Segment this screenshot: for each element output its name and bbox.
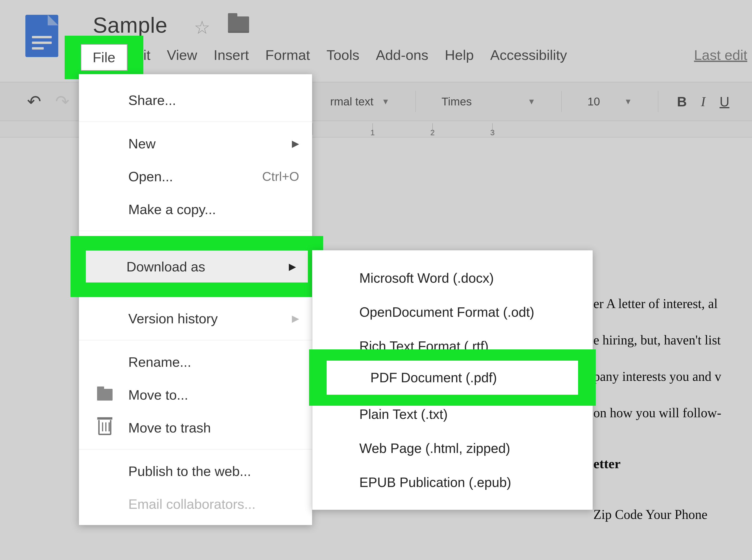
undo-button[interactable]: ↶ bbox=[27, 92, 41, 111]
doc-text: e hiring, but, haven't list bbox=[593, 333, 721, 347]
ruler-tick-label: 3 bbox=[490, 128, 495, 137]
doc-text: er A letter of interest, al bbox=[593, 296, 718, 311]
menu-row-label: Share... bbox=[128, 92, 176, 108]
last-edit-link[interactable]: Last edit bbox=[694, 47, 747, 63]
submenu-row-label: PDF Document (.pdf) bbox=[370, 370, 497, 385]
folder-icon bbox=[97, 386, 113, 403]
menu-item-format[interactable]: Format bbox=[265, 47, 310, 63]
submenu-row-label: Microsoft Word (.docx) bbox=[359, 270, 494, 286]
menu-divider bbox=[79, 340, 312, 340]
menu-item-accessibility[interactable]: Accessibility bbox=[490, 47, 567, 63]
menu-divider bbox=[79, 231, 312, 231]
menu-row-open[interactable]: Open...Ctrl+O bbox=[79, 160, 312, 193]
menu-row-new[interactable]: New▶ bbox=[79, 127, 312, 160]
doc-text: pany interests you and v bbox=[593, 369, 721, 384]
menu-row-label: Publish to the web... bbox=[128, 463, 251, 479]
menu-row-move-to[interactable]: Move to... bbox=[79, 378, 312, 411]
menu-item-help[interactable]: Help bbox=[445, 47, 474, 63]
submenu-row-docx[interactable]: Microsoft Word (.docx) bbox=[312, 261, 593, 295]
font-size-dropdown[interactable]: 10 ▼ bbox=[580, 95, 639, 108]
menu-item-insert[interactable]: Insert bbox=[214, 47, 249, 63]
menu-row-email-collaborators: Email collaborators... bbox=[79, 487, 312, 520]
tutorial-highlight-file: File bbox=[65, 36, 143, 79]
submenu-row-html[interactable]: Web Page (.html, zipped) bbox=[312, 431, 593, 465]
menu-row-label: Make a copy... bbox=[128, 201, 216, 217]
menu-row-shortcut: Ctrl+O bbox=[262, 169, 299, 184]
doc-text: Zip Code Your Phone bbox=[593, 507, 707, 522]
tutorial-highlight-pdf: PDF Document (.pdf) bbox=[309, 349, 596, 406]
menu-row-label: New bbox=[128, 136, 156, 152]
chevron-down-icon: ▼ bbox=[382, 97, 390, 106]
font-family-dropdown[interactable]: Times ▼ bbox=[435, 95, 543, 108]
underline-button[interactable]: U bbox=[719, 94, 729, 109]
menu-row-version-history[interactable]: Version history▶ bbox=[79, 302, 312, 335]
submenu-arrow-icon: ▶ bbox=[289, 261, 296, 272]
italic-button[interactable]: I bbox=[701, 94, 706, 109]
menu-row-label: Rename... bbox=[128, 354, 191, 370]
menu-row-share[interactable]: Share... bbox=[79, 84, 312, 117]
ruler-tick-label: 2 bbox=[430, 128, 435, 137]
file-menu-dropdown: Share... New▶ Open...Ctrl+O Make a copy.… bbox=[79, 74, 312, 525]
menu-divider bbox=[79, 449, 312, 449]
menu-item-tools[interactable]: Tools bbox=[326, 47, 359, 63]
menu-row-label: Email collaborators... bbox=[128, 496, 256, 512]
submenu-arrow-icon: ▶ bbox=[292, 138, 299, 149]
submenu-arrow-icon: ▶ bbox=[292, 313, 299, 324]
doc-text: on how you will follow- bbox=[593, 405, 721, 420]
trash-icon bbox=[97, 419, 113, 436]
menu-row-download-as-highlighted[interactable]: Download as ▶ bbox=[86, 251, 308, 282]
ruler-tick-label: 1 bbox=[370, 128, 375, 137]
font-size-label: 10 bbox=[587, 95, 600, 108]
menu-item-view[interactable]: View bbox=[167, 47, 197, 63]
menu-row-label: Download as bbox=[127, 259, 205, 275]
menu-row-label: Open... bbox=[128, 168, 173, 184]
tutorial-highlight-download-as: Download as ▶ bbox=[71, 236, 323, 297]
docs-logo-icon[interactable] bbox=[25, 15, 58, 57]
submenu-row-label: Plain Text (.txt) bbox=[359, 406, 448, 422]
menu-row-label: Version history bbox=[128, 311, 218, 326]
move-folder-icon[interactable] bbox=[228, 16, 249, 33]
submenu-row-epub[interactable]: EPUB Publication (.epub) bbox=[312, 465, 593, 499]
menu-item-addons[interactable]: Add-ons bbox=[376, 47, 428, 63]
font-family-label: Times bbox=[442, 95, 472, 108]
menu-row-make-copy[interactable]: Make a copy... bbox=[79, 193, 312, 226]
paragraph-style-label: rmal text bbox=[330, 95, 373, 108]
menu-row-label: Move to... bbox=[128, 387, 188, 403]
menu-item-file-highlighted[interactable]: File bbox=[81, 44, 128, 71]
doc-text: etter bbox=[593, 456, 621, 471]
submenu-row-odt[interactable]: OpenDocument Format (.odt) bbox=[312, 295, 593, 329]
menu-bar: File Edit View Insert Format Tools Add-o… bbox=[87, 47, 752, 63]
submenu-row-pdf-highlighted[interactable]: PDF Document (.pdf) bbox=[327, 361, 578, 395]
chevron-down-icon: ▼ bbox=[624, 97, 632, 106]
menu-row-label: Move to trash bbox=[128, 420, 211, 436]
submenu-row-label: Web Page (.html, zipped) bbox=[359, 440, 510, 456]
paragraph-style-dropdown[interactable]: rmal text ▼ bbox=[323, 95, 397, 108]
menu-row-publish[interactable]: Publish to the web... bbox=[79, 455, 312, 487]
star-icon[interactable]: ☆ bbox=[194, 17, 210, 38]
menu-row-rename[interactable]: Rename... bbox=[79, 345, 312, 378]
chevron-down-icon: ▼ bbox=[527, 97, 536, 106]
document-title[interactable]: Sample bbox=[93, 13, 168, 38]
menu-row-move-to-trash[interactable]: Move to trash bbox=[79, 411, 312, 444]
bold-button[interactable]: B bbox=[677, 94, 687, 109]
submenu-row-label: OpenDocument Format (.odt) bbox=[359, 304, 534, 320]
submenu-row-label: EPUB Publication (.epub) bbox=[359, 475, 511, 490]
menu-row-label: File bbox=[93, 49, 115, 65]
redo-button[interactable]: ↷ bbox=[55, 92, 69, 111]
